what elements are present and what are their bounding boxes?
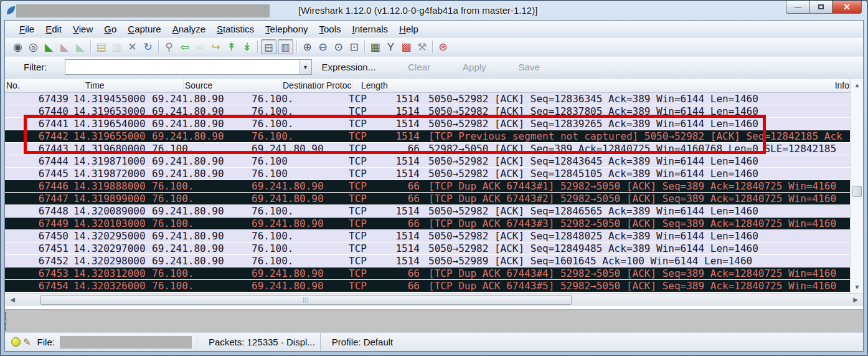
cell-length: 66 [392, 267, 420, 279]
column-header[interactable]: Length [352, 79, 834, 92]
vertical-scroll-thumb[interactable] [852, 186, 862, 197]
packet-row[interactable]: 67450 14.320295000 69.241.80.90 76.100. … [5, 230, 850, 243]
preferences-icon[interactable]: ⚒ [414, 39, 430, 54]
packet-row[interactable]: 67444 14.319871000 69.241.80.90 76.100 T… [5, 155, 850, 168]
close-capture-icon[interactable]: ✕ [125, 39, 140, 54]
menu-item[interactable]: Statistics [211, 22, 260, 36]
resize-columns-icon[interactable]: ⊡ [346, 39, 362, 54]
expression-button[interactable]: Expression... [322, 62, 376, 72]
cell-time: 14.319888000 [72, 180, 151, 192]
packet-row[interactable]: 67452 14.320298000 69.241.80.90 76.100. … [5, 255, 850, 267]
cell-length: 1514 [392, 93, 420, 105]
menu-item[interactable]: Internals [347, 22, 394, 36]
cell-time: 14.319871000 [72, 155, 151, 167]
packet-row[interactable]: 67440 14.319653000 69.241.80.90 76.100. … [5, 105, 850, 118]
packet-row[interactable]: 67439 14.319455000 69.241.80.90 76.100. … [5, 93, 850, 105]
packet-row[interactable]: 67447 14.319899000 76.100. 69.241.80.90 … [5, 193, 850, 205]
go-to-top-icon[interactable]: ↟ [224, 39, 239, 54]
capture-filters-icon[interactable]: ▦ [367, 39, 383, 54]
colorize-list-toggle[interactable]: ▤ [261, 39, 276, 54]
cell-protocol: TCP [349, 93, 392, 105]
menu-item[interactable]: Analyze [167, 22, 211, 36]
clear-button[interactable]: Clear [408, 62, 430, 72]
find-packet-icon[interactable]: ⚲ [161, 39, 177, 54]
packet-row[interactable]: 67441 14.319654000 69.241.80.90 76.100. … [5, 118, 850, 130]
cell-length: 66 [392, 193, 420, 204]
column-header[interactable]: Protocol [325, 79, 352, 92]
packet-details-pane-redacted: ( ( [5, 309, 863, 332]
autoscroll-toggle[interactable]: ▥ [278, 39, 293, 54]
apply-button[interactable]: Apply [463, 62, 486, 72]
zoom-out-icon[interactable]: ⊖ [315, 39, 331, 54]
cell-time: 14.319680000 [72, 143, 151, 155]
column-header[interactable]: Source [184, 79, 281, 92]
packet-row[interactable]: 67442 14.319655000 69.241.80.90 76.100. … [5, 130, 850, 143]
go-to-bottom-icon[interactable]: ↡ [239, 39, 255, 54]
menu-item[interactable]: Capture [122, 22, 166, 36]
scroll-right-arrow-icon[interactable]: ▶ [850, 295, 861, 305]
cell-time: 14.320326000 [72, 280, 151, 292]
packet-row[interactable]: 67451 14.320297000 69.241.80.90 76.100. … [5, 243, 850, 255]
filter-dropdown-button[interactable]: ▼ [300, 60, 311, 74]
menu-item[interactable]: Tools [314, 22, 347, 36]
reload-capture-icon[interactable]: ↻ [140, 39, 156, 54]
menu-item[interactable]: Telephony [260, 22, 313, 36]
capture-comment-icon[interactable]: ✎ [23, 337, 31, 348]
column-header[interactable]: Destination [281, 79, 325, 92]
go-to-packet-icon[interactable]: ↪ [208, 39, 224, 54]
scroll-down-arrow-icon[interactable]: ▼ [852, 282, 862, 292]
column-header[interactable]: Info [834, 79, 850, 92]
scroll-left-arrow-icon[interactable]: ◀ [7, 295, 18, 305]
go-back-icon[interactable]: ⇦ [177, 39, 192, 54]
zoom-original-icon[interactable]: ⊙ [331, 39, 346, 54]
cell-no: 67454 [5, 280, 72, 292]
packet-row[interactable]: 67454 14.320326000 76.100. 69.241.80.90 … [5, 280, 850, 292]
packet-row[interactable]: 67453 14.320312000 76.100. 69.241.80.90 … [5, 267, 850, 280]
column-header[interactable]: No. [5, 79, 84, 92]
cell-length: 1514 [392, 105, 420, 117]
cell-info: [TCP Dup ACK 67443#2] 52982→5050 [ACK] S… [420, 193, 850, 204]
menu-item[interactable]: Edit [40, 22, 67, 36]
start-capture-icon[interactable]: ◣ [41, 39, 57, 54]
minimize-button[interactable]: — [786, 1, 809, 14]
packet-row[interactable]: 67446 14.319888000 76.100. 69.241.80.90 … [5, 180, 850, 193]
packet-row[interactable]: 67448 14.320089000 69.241.80.90 76.100. … [5, 205, 850, 218]
packet-row[interactable]: 67445 14.319872000 69.241.80.90 76.100 T… [5, 168, 850, 180]
stop-capture-icon[interactable]: ◣ [57, 39, 72, 54]
save-capture-icon[interactable]: ▥ [109, 39, 125, 54]
cell-time: 14.320295000 [72, 230, 151, 242]
save-button[interactable]: Save [519, 62, 540, 72]
column-header[interactable]: Time [84, 79, 184, 92]
capture-options-icon[interactable]: ◎ [26, 39, 41, 54]
menu-item[interactable]: Go [98, 22, 122, 36]
open-capture-icon[interactable]: ▤ [93, 39, 109, 54]
cell-protocol: TCP [349, 143, 392, 155]
maximize-button[interactable] [809, 1, 832, 14]
zoom-in-icon[interactable]: ⊕ [300, 39, 315, 54]
go-forward-icon[interactable]: ⇨ [192, 39, 208, 54]
horizontal-scrollbar[interactable]: ◀ ||| ▶ [5, 293, 863, 306]
filter-label: Filter: [24, 62, 47, 72]
close-button[interactable]: ✕ [832, 1, 862, 14]
list-interfaces-icon[interactable]: ◉ [10, 39, 26, 54]
packet-row[interactable]: 67443 14.319680000 76.100. 69.241.80.90 … [5, 143, 850, 155]
packet-row[interactable]: 67449 14.320103000 76.100. 69.241.80.90 … [5, 218, 850, 230]
expert-info-icon[interactable] [11, 337, 21, 347]
menu-item[interactable]: File [14, 22, 40, 36]
cell-no: 67445 [5, 168, 72, 180]
scroll-up-arrow-icon[interactable]: ▲ [852, 80, 862, 90]
display-filters-icon[interactable]: Y [383, 39, 399, 54]
coloring-rules-icon[interactable]: ▩ [399, 39, 414, 54]
cell-length: 66 [392, 218, 420, 229]
window-controls: — ✕ [786, 1, 862, 14]
help-icon[interactable]: ⊛ [435, 39, 451, 54]
filter-input[interactable] [65, 60, 300, 74]
wireshark-window: [Wireshark 1.12.0 (v1.12.0-0-g4fab41a fr… [0, 0, 868, 356]
menu-item[interactable]: Help [394, 22, 424, 36]
restart-capture-icon[interactable]: ◣ [72, 39, 88, 54]
menu-item[interactable]: View [67, 22, 98, 36]
cell-protocol: TCP [349, 105, 392, 117]
horizontal-scroll-thumb[interactable]: ||| [40, 295, 572, 305]
vertical-scrollbar[interactable]: ▲ ▼ [850, 79, 863, 294]
status-profile-segment[interactable]: Profile: Default [321, 333, 863, 351]
